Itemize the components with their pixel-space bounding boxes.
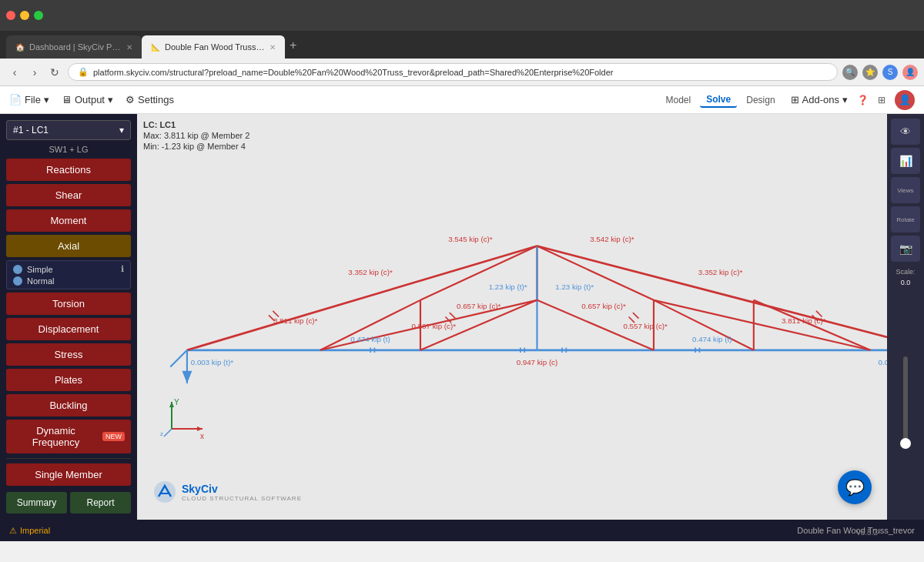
chart-icon: 📊	[899, 155, 912, 167]
chat-button[interactable]: 💬	[838, 470, 872, 504]
lc-value: #1 - LC1	[13, 125, 49, 135]
forward-button[interactable]: ›	[26, 64, 43, 81]
design-tab[interactable]: Design	[740, 93, 781, 107]
svg-line-32	[450, 313, 456, 319]
refresh-button[interactable]: ↻	[46, 64, 63, 81]
output-icon: 🖥	[62, 94, 72, 105]
report-button[interactable]: Report	[70, 492, 131, 513]
views-label: Views	[897, 187, 913, 194]
tab-truss[interactable]: 📐 Double Fan Wood Truss_trevor ✕	[142, 35, 285, 59]
info-icon: ℹ	[121, 264, 124, 274]
moment-button[interactable]: Moment	[6, 209, 131, 232]
svg-line-16	[537, 246, 654, 300]
output-menu[interactable]: 🖥 Output ▾	[62, 94, 113, 105]
dynamic-freq-button[interactable]: Dynamic Frequency NEW	[6, 420, 131, 453]
camera-icon: 📷	[899, 243, 912, 255]
address-bar[interactable]: 🔒 platform.skyciv.com/structural?preload…	[68, 63, 838, 81]
plates-button[interactable]: Plates	[6, 369, 131, 391]
svg-text:0.474 kip (t): 0.474 kip (t)	[692, 335, 732, 343]
sidebar: #1 - LC1 ▾ SW1 + LG Reactions Shear Mome…	[0, 114, 137, 520]
tab-dashboard[interactable]: 🏠 Dashboard | SkyCiv Platform ✕	[6, 35, 142, 59]
output-chevron: ▾	[108, 94, 113, 105]
bookmark-icon[interactable]: ⭐	[862, 65, 878, 80]
reactions-button[interactable]: Reactions	[6, 159, 131, 181]
chart-button[interactable]: 📊	[891, 148, 920, 174]
settings-menu[interactable]: ⚙ Settings	[126, 94, 174, 105]
normal-radio[interactable]: Normal	[13, 276, 124, 286]
help-icon[interactable]: ❓	[857, 95, 869, 105]
lc-chevron: ▾	[119, 125, 124, 135]
svg-text:0.947 kip (c): 0.947 kip (c)	[517, 358, 558, 366]
simple-radio[interactable]: Simple ℹ	[13, 264, 124, 274]
addons-label: Add-ons	[802, 94, 839, 105]
buckling-button[interactable]: Buckling	[6, 394, 131, 416]
svg-text:x: x	[200, 432, 204, 440]
tab-close-dashboard[interactable]: ✕	[126, 43, 132, 52]
normal-radio-dot	[13, 276, 22, 286]
lock-icon: 🔒	[78, 67, 89, 77]
axial-button[interactable]: Axial	[6, 235, 131, 257]
tab-truss-label: Double Fan Wood Truss_trevor	[165, 42, 265, 52]
logo-text-container: SkyCiv CLOUD STRUCTURAL SOFTWARE	[182, 483, 302, 502]
scale-slider-thumb[interactable]	[900, 438, 911, 449]
solve-tab[interactable]: Solve	[700, 92, 737, 108]
svg-text:3.811 kip (c)*: 3.811 kip (c)*	[273, 316, 318, 325]
grid-icon[interactable]: ⊞	[878, 95, 886, 105]
svg-text:3.352 kip (c)*: 3.352 kip (c)*	[698, 268, 743, 276]
camera-button[interactable]: 📷	[891, 236, 920, 262]
svg-text:3.542 kip (c)*: 3.542 kip (c)*	[590, 235, 634, 243]
svg-text:0.003 kip (t)*: 0.003 kip (t)*	[879, 358, 887, 366]
search-icon[interactable]: 🔍	[842, 65, 858, 80]
addons-icon: ⊞	[791, 94, 799, 105]
rotate-button[interactable]: Rotate	[891, 206, 920, 232]
svg-marker-25	[182, 371, 192, 383]
svg-line-34	[633, 313, 639, 319]
logo-tagline: CLOUD STRUCTURAL SOFTWARE	[182, 495, 302, 502]
load-combo-label: SW1 + LG	[6, 143, 131, 156]
addons-menu[interactable]: ⊞ Add-ons ▾	[791, 94, 848, 105]
simple-radio-dot	[13, 265, 22, 274]
back-button[interactable]: ‹	[6, 64, 23, 81]
addons-chevron: ▾	[842, 94, 848, 105]
file-chevron: ▾	[44, 94, 49, 105]
eye-button[interactable]: 👁	[891, 119, 920, 145]
svg-line-11	[420, 246, 537, 300]
file-menu[interactable]: 📄 File ▾	[9, 94, 49, 105]
torsion-button[interactable]: Torsion	[6, 293, 131, 315]
displacement-button[interactable]: Displacement	[6, 318, 131, 340]
lc-dropdown[interactable]: #1 - LC1 ▾	[6, 120, 131, 140]
svg-line-23	[170, 350, 187, 367]
single-member-button[interactable]: Single Member	[6, 463, 131, 486]
version-label: v5.8.2	[857, 528, 878, 537]
tab-close-truss[interactable]: ✕	[270, 43, 276, 52]
normal-radio-label: Normal	[27, 276, 54, 286]
scale-slider[interactable]	[903, 289, 908, 515]
truss-diagram: 3.545 kip (c)* 3.542 kip (c)* 3.352 kip …	[137, 114, 887, 520]
file-label: File	[25, 94, 41, 105]
stress-button[interactable]: Stress	[6, 343, 131, 366]
svg-text:3.811 kip (c)*: 3.811 kip (c)*	[782, 316, 826, 325]
project-name-label: Double Fan Wood Truss_trevor	[797, 526, 915, 535]
svg-text:3.545 kip (c)*: 3.545 kip (c)*	[448, 235, 493, 243]
scale-slider-track	[903, 356, 908, 449]
scale-value: 0.0	[901, 279, 911, 286]
warning-indicator: ⚠ Imperial	[9, 526, 50, 536]
new-tab-button[interactable]: +	[285, 32, 301, 59]
canvas-area: LC: LC1 Max: 3.811 kip @ Member 2 Min: -…	[137, 114, 887, 520]
svg-text:Y: Y	[174, 398, 179, 406]
summary-button[interactable]: Summary	[6, 492, 67, 513]
display-mode-group: Simple ℹ Normal	[6, 260, 131, 289]
warning-icon: ⚠	[9, 526, 17, 536]
svg-text:3.352 kip (c)*: 3.352 kip (c)*	[348, 268, 393, 276]
scale-label: Scale:	[896, 268, 915, 276]
bottom-bar: ⚠ Imperial Double Fan Wood Truss_trevor …	[0, 520, 924, 541]
model-tab[interactable]: Model	[660, 93, 698, 107]
user-avatar[interactable]: 👤	[895, 90, 915, 110]
extension-icon[interactable]: S	[882, 65, 898, 80]
svg-text:0.003 kip (t)*: 0.003 kip (t)*	[191, 358, 233, 366]
views-button[interactable]: Views	[891, 177, 920, 203]
bottom-buttons: Summary Report	[6, 492, 131, 513]
profile-icon[interactable]: 👤	[902, 65, 918, 80]
simple-radio-label: Simple	[27, 265, 53, 274]
shear-button[interactable]: Shear	[6, 184, 131, 206]
